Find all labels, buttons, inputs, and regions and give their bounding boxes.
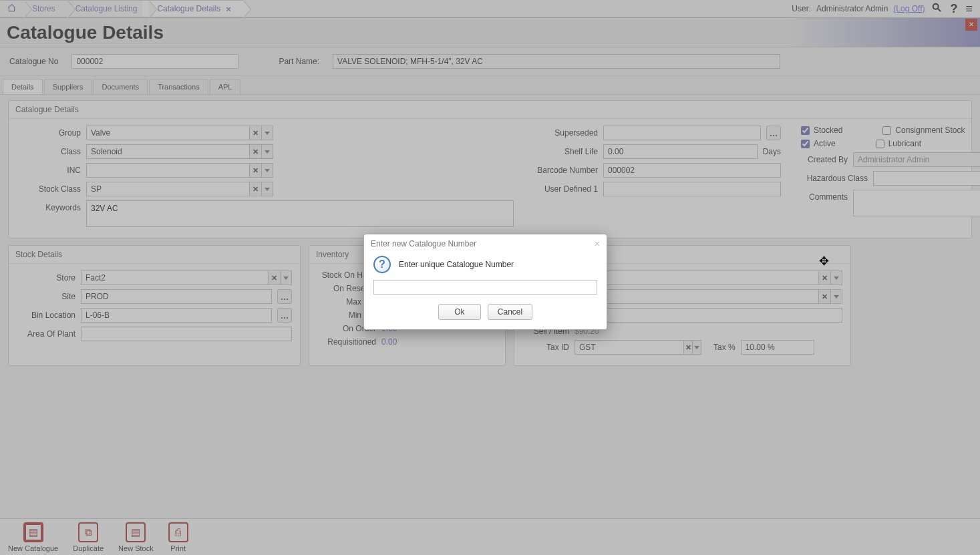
chevron-down-icon[interactable] — [830, 289, 842, 304]
group-label: Group — [17, 128, 81, 138]
pricing-combo-1[interactable]: ✕ — [575, 270, 842, 285]
clear-icon[interactable]: ✕ — [818, 270, 830, 285]
stock-class-field[interactable] — [86, 182, 249, 196]
stocked-input[interactable] — [801, 126, 810, 135]
store-field[interactable] — [81, 270, 268, 285]
user-label: User: — [792, 4, 811, 13]
superseded-field[interactable] — [603, 126, 761, 140]
lubricant-checkbox[interactable]: Lubricant — [876, 139, 921, 148]
store-combo[interactable]: ✕ — [81, 270, 292, 285]
chevron-down-icon[interactable] — [261, 126, 273, 140]
menu-icon[interactable]: ≡ — [964, 2, 973, 16]
keywords-label: Keywords — [17, 200, 81, 212]
clear-icon[interactable]: ✕ — [268, 270, 280, 285]
header-fields: Catalogue No Part Name: — [0, 47, 980, 76]
class-label: Class — [17, 147, 81, 156]
catalogue-number-dialog: Enter new Catalogue Number × ? Enter uni… — [363, 234, 607, 330]
lookup-button[interactable]: … — [277, 289, 292, 304]
new-stock-button[interactable]: ▤ New Stock — [118, 522, 154, 552]
ok-button[interactable]: Ok — [438, 304, 481, 320]
print-button[interactable]: ⎙ Print — [168, 522, 188, 552]
group-combo[interactable]: ✕ — [86, 126, 273, 140]
breadcrumb-label: Stores — [32, 4, 55, 13]
stocked-checkbox[interactable]: Stocked — [801, 126, 842, 135]
keywords-field[interactable] — [86, 200, 514, 227]
topbar: Stores Catalogue Listing Catalogue Detai… — [0, 0, 980, 18]
search-icon[interactable] — [930, 2, 943, 16]
inc-field[interactable] — [86, 163, 249, 178]
chevron-down-icon[interactable] — [261, 163, 273, 178]
haz-class-combo[interactable]: ✕ — [873, 171, 980, 186]
active-input[interactable] — [801, 140, 810, 148]
catalogue-number-input[interactable] — [373, 280, 597, 295]
group-field[interactable] — [86, 126, 249, 140]
catalogue-no-field[interactable] — [71, 54, 238, 69]
clear-icon[interactable]: ✕ — [249, 144, 261, 159]
clear-icon[interactable]: ✕ — [683, 340, 692, 355]
chevron-down-icon[interactable] — [261, 182, 273, 196]
stock-class-combo[interactable]: ✕ — [86, 182, 273, 196]
chevron-down-icon[interactable] — [280, 270, 292, 285]
inc-combo[interactable]: ✕ — [86, 163, 273, 178]
consignment-input[interactable] — [882, 126, 891, 135]
consignment-checkbox[interactable]: Consignment Stock — [882, 126, 965, 135]
dialog-close-icon[interactable]: × — [595, 238, 600, 249]
chevron-down-icon[interactable] — [692, 340, 701, 355]
clear-icon[interactable]: ✕ — [249, 182, 261, 196]
comments-field[interactable] — [853, 190, 980, 216]
tax-id-label: Tax ID — [522, 343, 569, 352]
part-name-field — [333, 54, 780, 69]
part-name-label: Part Name: — [279, 57, 319, 66]
tab-details[interactable]: Details — [3, 79, 43, 94]
lookup-button[interactable]: … — [766, 126, 781, 140]
breadcrumb-label: Catalogue Details — [157, 4, 220, 13]
tab-documents[interactable]: Documents — [93, 79, 148, 94]
pricing-field-1[interactable] — [575, 270, 818, 285]
tab-suppliers[interactable]: Suppliers — [44, 79, 92, 94]
print-icon: ⎙ — [168, 522, 188, 542]
barcode-field[interactable] — [603, 163, 781, 178]
duplicate-button[interactable]: ⧉ Duplicate — [73, 522, 104, 552]
tax-id-combo[interactable]: ✕ — [575, 340, 701, 355]
new-catalogue-button[interactable]: ▤ New Catalogue — [8, 522, 58, 552]
tab-transactions[interactable]: Transactions — [149, 79, 208, 94]
tab-apl[interactable]: APL — [210, 79, 241, 94]
pricing-combo-2[interactable]: ✕ — [575, 289, 842, 304]
created-by-label: Created By — [801, 155, 848, 164]
active-checkbox[interactable]: Active — [801, 139, 836, 148]
lookup-button[interactable]: … — [277, 308, 292, 323]
req-value[interactable]: 0.00 — [381, 337, 397, 347]
panel-catalogue-details: Catalogue Details Group ✕ Class — [8, 100, 972, 238]
window-close-icon[interactable]: ✕ — [965, 19, 977, 31]
breadcrumb-catalogue-details[interactable]: Catalogue Details × — [142, 0, 242, 17]
bin-field[interactable] — [81, 308, 272, 323]
pricing-field-2[interactable] — [575, 289, 818, 304]
home-icon — [7, 3, 17, 15]
area-label: Area Of Plant — [17, 329, 75, 339]
close-tab-icon[interactable]: × — [226, 4, 231, 14]
lubricant-input[interactable] — [876, 140, 884, 148]
clear-icon[interactable]: ✕ — [818, 289, 830, 304]
site-field[interactable] — [81, 289, 272, 304]
svg-point-0 — [933, 3, 939, 9]
ud1-field[interactable] — [603, 182, 781, 196]
logoff-link[interactable]: (Log Off) — [893, 4, 925, 13]
chevron-down-icon[interactable] — [830, 270, 842, 285]
superseded-label: Superseded — [534, 128, 598, 138]
cancel-button[interactable]: Cancel — [488, 304, 532, 320]
chevron-down-icon[interactable] — [261, 144, 273, 159]
panel-title: Stock Details — [9, 246, 300, 264]
shelf-life-field[interactable] — [603, 144, 758, 159]
area-field[interactable] — [81, 327, 292, 341]
tax-pct-field[interactable] — [741, 340, 814, 355]
clear-icon[interactable]: ✕ — [249, 163, 261, 178]
comments-label: Comments — [801, 190, 848, 202]
titlebar: Catalogue Details ✕ — [0, 18, 980, 47]
pricing-field-3[interactable] — [575, 308, 842, 323]
haz-class-field[interactable] — [873, 171, 980, 186]
clear-icon[interactable]: ✕ — [249, 126, 261, 140]
help-icon[interactable]: ? — [949, 2, 959, 16]
tax-id-field[interactable] — [575, 340, 683, 355]
class-field[interactable] — [86, 144, 249, 159]
class-combo[interactable]: ✕ — [86, 144, 273, 159]
